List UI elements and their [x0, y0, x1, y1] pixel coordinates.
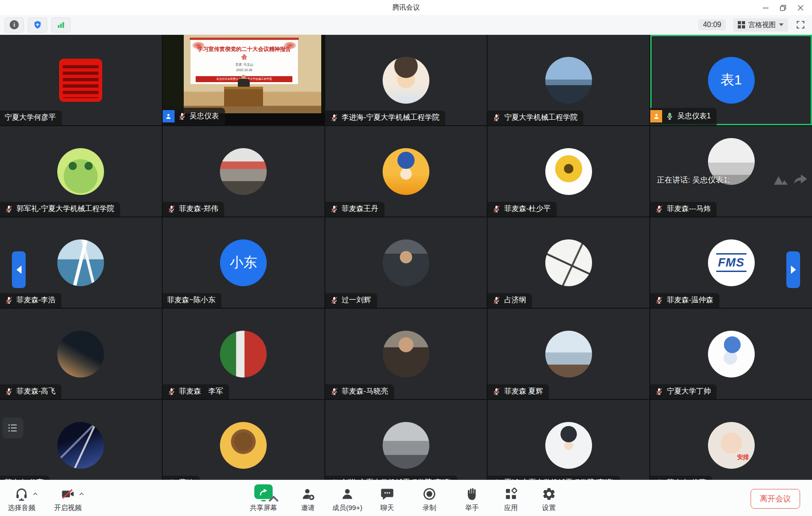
- toolbar-item-label: 举手: [465, 504, 479, 512]
- meeting-info-button[interactable]: i: [5, 17, 24, 33]
- participant-tile[interactable]: 小东菲麦森~陈小东: [163, 217, 324, 308]
- toolbar-video-button[interactable]: 开启视频: [43, 484, 93, 512]
- title-bar: 腾讯会议: [0, 0, 812, 15]
- participant-label: 过一刘辉: [325, 293, 377, 308]
- podium: [224, 87, 263, 106]
- participant-tile[interactable]: 李进海-宁夏大学机械工程学院: [325, 35, 487, 125]
- participant-tile[interactable]: 菲麦森-马晓亮: [325, 309, 487, 399]
- participant-name: 吴忠仪表1: [677, 111, 711, 121]
- participant-tile[interactable]: 菲麦森-杜少平: [488, 126, 649, 216]
- participant-label: 菲麦森 夏辉: [488, 384, 549, 399]
- presenter-figure: [238, 79, 250, 88]
- screen-share-badge: [650, 110, 662, 122]
- mic-muted-icon: [492, 296, 501, 305]
- avatar: [545, 239, 592, 286]
- participant-label: 占济纲: [488, 293, 532, 308]
- participant-label: 菲麦森-高飞: [0, 384, 61, 399]
- participant-tile[interactable]: 占济纲: [488, 217, 649, 308]
- participant-tile[interactable]: 菲麦森 李军: [163, 309, 324, 399]
- chevron-up-icon[interactable]: [32, 490, 39, 499]
- meeting-toolbar-top: i 40:09 宫格视图: [0, 15, 812, 35]
- participant-tile[interactable]: 蒋健: [163, 400, 324, 480]
- layout-view-selector[interactable]: 宫格视图: [733, 18, 788, 32]
- avatar: [383, 239, 429, 286]
- participant-label: 菲麦森-马晓亮: [325, 384, 394, 399]
- mic-muted-icon: [178, 112, 187, 121]
- toolbar-settings-button[interactable]: 设置: [524, 484, 574, 512]
- security-button[interactable]: [28, 17, 47, 33]
- participant-tile[interactable]: 学习宣传贯彻党的二十大会议精神报告会主讲: 马玉山2022.10.26吴忠仪表有…: [163, 35, 324, 125]
- participant-tile[interactable]: 菲麦森 夏辉: [488, 309, 649, 399]
- participant-tile[interactable]: 菲麦森王丹: [325, 126, 487, 216]
- chevron-up-icon[interactable]: [78, 490, 85, 499]
- participant-label: 宁夏大学何彦平: [0, 111, 62, 125]
- avatar: [383, 422, 429, 469]
- participant-tile[interactable]: 安排菲麦森-伏蕾: [650, 400, 812, 480]
- participant-tile[interactable]: 宁夏大学丁帅: [650, 309, 812, 399]
- reply-arrow-icon: [791, 170, 809, 190]
- avatar: 表1: [708, 57, 755, 104]
- participant-tile[interactable]: 菲麦森-高飞: [0, 309, 162, 399]
- toolbar-item-label: 选择音频: [8, 504, 35, 512]
- fullscreen-button[interactable]: [796, 20, 806, 30]
- restore-button[interactable]: [776, 2, 790, 14]
- previous-page-button[interactable]: [12, 251, 26, 288]
- participant-tile[interactable]: 郭军礼-宁夏大学机械工程学院: [0, 126, 162, 216]
- participant-tile[interactable]: 刘洋-宁夏大学机械工程学院(旁听): [325, 400, 487, 480]
- participant-name: 宁夏大学丁帅: [667, 387, 711, 396]
- avatar: [545, 57, 592, 104]
- participant-tile[interactable]: 表1吴忠仪表1: [650, 35, 812, 125]
- mountain-icon: [772, 170, 790, 190]
- avatar: [57, 148, 104, 195]
- participant-name: 菲麦森 夏辉: [504, 387, 543, 396]
- participant-label: 菲麦森-杜少平: [488, 202, 556, 216]
- participant-label: 菲麦森-温仲森: [650, 293, 719, 308]
- settings-icon: [542, 484, 556, 501]
- participant-tile[interactable]: 王斌-宁夏大学机械工程学院(旁听): [488, 400, 649, 480]
- screen-share-badge: [163, 110, 175, 122]
- avatar: [545, 331, 592, 377]
- participant-grid: 宁夏大学何彦平学习宣传贯彻党的二十大会议精神报告会主讲: 马玉山2022.10.…: [0, 35, 812, 480]
- topbar-left-buttons: i: [5, 17, 71, 33]
- participant-label: 吴忠仪表: [163, 108, 225, 125]
- chevron-up-icon[interactable]: [264, 490, 283, 510]
- mic-muted-icon: [167, 205, 176, 213]
- leave-meeting-button[interactable]: 离开会议: [751, 489, 800, 509]
- share-screen-icon: [254, 484, 273, 501]
- participant-label: 菲麦森-李浩: [0, 293, 61, 308]
- participant-tile[interactable]: 宁夏大学何彦平: [0, 35, 162, 125]
- toolbar-audio-button[interactable]: 选择音频: [0, 484, 47, 512]
- participant-tile[interactable]: 宁夏大学机械工程学院: [488, 35, 649, 125]
- next-page-button[interactable]: [786, 251, 800, 288]
- chevron-right-icon: [791, 266, 796, 274]
- avatar-text: FMS: [716, 253, 746, 272]
- avatar-text: 表1: [720, 71, 742, 89]
- participant-name: 宁夏大学机械工程学院: [504, 113, 577, 122]
- participant-tile[interactable]: 菲麦森-郑伟: [163, 126, 324, 216]
- toolbar-item-label: 成员(99+): [332, 504, 362, 512]
- toolbar-item-label: 开启视频: [54, 504, 82, 512]
- participant-tile[interactable]: 过一刘辉: [325, 217, 487, 308]
- participant-tile[interactable]: 菲麦森-代宇: [0, 400, 162, 480]
- avatar: [220, 148, 267, 195]
- mic-active-icon: [665, 112, 674, 121]
- participant-name: 菲麦森-杜少平: [504, 204, 550, 214]
- network-stats-icon: [56, 20, 66, 29]
- participant-list-fab[interactable]: [2, 417, 23, 438]
- mic-muted-icon: [5, 296, 13, 305]
- avatar: 小东: [220, 239, 267, 286]
- list-icon: [7, 422, 19, 434]
- mic-muted-icon: [655, 205, 664, 213]
- participant-name: 菲麦森 李军: [179, 387, 223, 396]
- shared-screen-content: 学习宣传贯彻党的二十大会议精神报告会主讲: 马玉山2022.10.26吴忠仪表有…: [163, 35, 324, 113]
- participant-tile[interactable]: 菲麦森---马炜正在讲话: 吴忠仪表1;: [650, 126, 812, 216]
- minimize-button[interactable]: [759, 2, 773, 14]
- apps-icon: [504, 484, 518, 501]
- participant-label: 菲麦森 李军: [163, 384, 229, 399]
- network-status-button[interactable]: [51, 17, 71, 33]
- participant-name: 菲麦森-温仲森: [667, 295, 713, 305]
- close-button[interactable]: [794, 2, 807, 14]
- toolbar-share-button[interactable]: 共享屏幕: [238, 484, 289, 512]
- mic-muted-icon: [167, 387, 176, 396]
- participant-label: 郭军礼-宁夏大学机械工程学院: [0, 202, 120, 216]
